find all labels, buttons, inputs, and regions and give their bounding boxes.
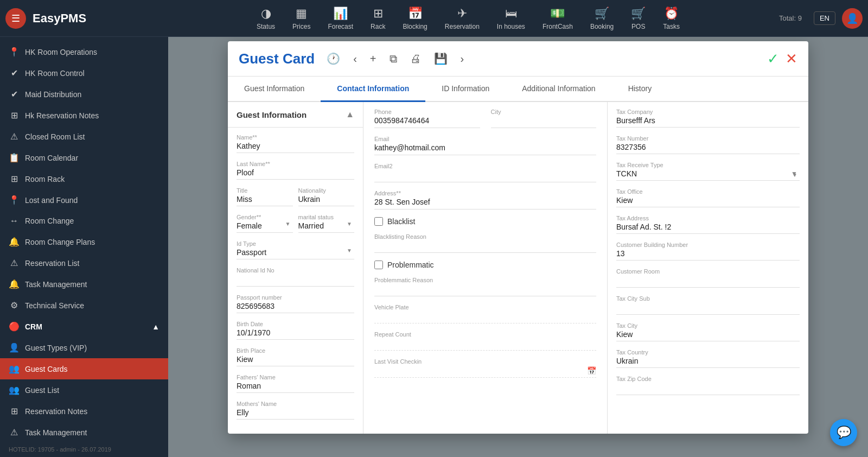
next-button[interactable]: › [457,50,468,67]
sidebar-item-room-change[interactable]: ↔ Room Change [0,211,168,231]
tax-zip-value[interactable] [616,383,800,395]
sidebar-item-reservation-list[interactable]: ⚠ Reservation List [0,252,168,274]
blacklist-row: Blacklist [374,217,596,226]
marital-label: marital status [298,214,355,220]
fathers-name-value[interactable]: Roman [237,382,354,393]
marital-value[interactable]: Married [298,221,355,233]
arrow-icon: ↔ [9,216,20,226]
last-visit-value[interactable]: 📅 [374,366,596,378]
date-picker-icon[interactable]: 📅 [587,366,596,375]
city-value[interactable] [491,116,597,128]
passport-value[interactable]: 825695683 [237,302,354,313]
save-button[interactable]: 💾 [431,50,451,67]
problemmatic-checkbox[interactable] [374,261,383,269]
nav-item-inhouses[interactable]: 🛏 In houses [488,3,534,34]
tab-history[interactable]: History [612,77,668,102]
sidebar-item-room-change-plans[interactable]: 🔔 Room Change Plans [0,231,168,252]
nav-item-pos[interactable]: 🛒 POS [622,3,654,34]
tab-contact-information[interactable]: Contact Information [321,77,425,102]
sidebar-item-closed-room-list[interactable]: ⚠ Closed Room List [0,126,168,147]
tax-city-sub-value[interactable] [616,303,800,315]
phone-value[interactable]: 0035984746464 [374,116,480,128]
sidebar-item-room-rack[interactable]: ⊞ Room Rack [0,168,168,189]
field-group-mothers-name: Mothers' Name Elly [237,401,354,420]
add-button[interactable]: + [367,50,380,67]
national-id-value[interactable] [237,275,354,287]
lastname-label: Last Name** [237,161,354,167]
nav-item-rack[interactable]: ⊞ Rack [362,3,394,34]
nav-item-frontcash[interactable]: 💵 FrontCash [534,3,582,34]
panel-collapse-button[interactable]: ▲ [346,110,354,119]
email-value[interactable]: kathey@hotmail.com [374,143,596,155]
app-logo: ☰ EasyPMS [5,8,157,29]
tab-id-information[interactable]: ID Information [425,77,506,102]
sidebar-item-hk-room-ops[interactable]: 📍 HK Room Operations [0,41,168,62]
address-label: Address** [374,190,596,196]
sidebar-item-guest-list[interactable]: 👥 Guest List [0,379,168,401]
sidebar-item-hk-res-notes[interactable]: ⊞ Hk Reservation Notes [0,105,168,126]
sidebar-label-room-rack: Room Rack [25,175,65,183]
tax-office-value[interactable]: Kiew [616,196,800,207]
sidebar-item-maid-dist[interactable]: ✔ Maid Distribution [0,84,168,105]
customer-room-value[interactable] [616,276,800,288]
sidebar-item-guest-cards[interactable]: 👥 Guest Cards [0,358,168,379]
language-button[interactable]: EN [814,11,835,25]
nav-item-tasks[interactable]: ⏰ Tasks [654,3,688,34]
sidebar-label-task-management: Task Management [25,280,87,289]
nav-item-blocking[interactable]: 📅 Blocking [394,3,436,34]
prev-button[interactable]: ‹ [350,50,360,67]
blacklisting-reason-value[interactable] [374,241,596,253]
sidebar-item-guest-types[interactable]: 👤 Guest Types (VIP) [0,337,168,358]
tax-city-value[interactable]: Kiew [616,330,800,341]
tax-country-value[interactable]: Ukrain [616,357,800,368]
hamburger-button[interactable]: ☰ [5,8,26,29]
email2-value[interactable] [374,170,596,182]
nav-item-forecast[interactable]: 📊 Forecast [319,3,362,34]
copy-button[interactable]: ⧉ [386,50,400,67]
sidebar-item-technical-service[interactable]: ⚙ Technical Service [0,295,168,316]
name-value[interactable]: Kathey [237,142,354,153]
sidebar-item-reservation-notes[interactable]: ⊞ Reservation Notes [0,401,168,422]
birth-date-value[interactable]: 10/1/1970 [237,328,354,340]
tax-address-value[interactable]: Bursaf Ad. St. !2 [616,223,800,234]
nav-item-booking[interactable]: 🛒 Booking [582,3,622,34]
customer-building-value[interactable]: 13 [616,249,800,261]
history-button[interactable]: 🕐 [323,50,343,67]
tax-company-value[interactable]: Bursefff Ars [616,116,800,128]
mothers-name-label: Mothers' Name [237,401,354,407]
id-type-value[interactable]: Passport [237,248,354,259]
chat-button[interactable]: 💬 [830,419,857,446]
sidebar-item-hk-room-ctrl[interactable]: ✔ HK Room Control [0,62,168,84]
tax-receive-type-value[interactable]: TCKN ▼ [616,169,800,181]
problemmatic-reason-value[interactable] [374,284,596,296]
sidebar-item-task-management-2[interactable]: ⚠ Task Management [0,422,168,443]
nav-label-status: Status [257,23,275,30]
sidebar-item-task-management[interactable]: 🔔 Task Management [0,274,168,295]
tab-guest-information[interactable]: Guest Information [228,77,321,102]
blacklist-checkbox[interactable] [374,217,383,226]
status-icon: ◑ [261,7,271,21]
title-value[interactable]: Miss [237,195,293,206]
user-avatar[interactable]: 👤 [842,8,863,29]
nav-item-prices[interactable]: ▦ Prices [284,3,319,34]
nav-item-status[interactable]: ◑ Status [248,3,284,34]
close-button[interactable]: ✕ [786,50,797,67]
repeat-count-value[interactable] [374,339,596,351]
tab-additional-information[interactable]: Additional Information [506,77,611,102]
birth-place-value[interactable]: Kiew [237,355,354,366]
sidebar-item-lost-found[interactable]: 📍 Lost and Found [0,189,168,211]
tax-number-value[interactable]: 8327356 [616,143,800,154]
sidebar-section-crm[interactable]: 🔴 CRM ▲ [0,316,168,337]
sidebar-item-room-calendar[interactable]: 📋 Room Calendar [0,147,168,168]
vehicle-plate-value[interactable] [374,312,596,323]
warning-icon: ⚠ [9,131,20,142]
mothers-name-value[interactable]: Elly [237,408,354,420]
nationality-value[interactable]: Ukrain [298,195,355,206]
address-value[interactable]: 28 St. Sen Josef [374,198,596,210]
print-button[interactable]: 🖨 [407,50,424,67]
field-group-lastname: Last Name** Ploof [237,161,354,180]
nav-item-reservation[interactable]: ✈ Reservation [436,3,488,34]
confirm-button[interactable]: ✓ [767,50,779,67]
gender-value[interactable]: Female [237,221,293,233]
lastname-value[interactable]: Ploof [237,168,354,180]
